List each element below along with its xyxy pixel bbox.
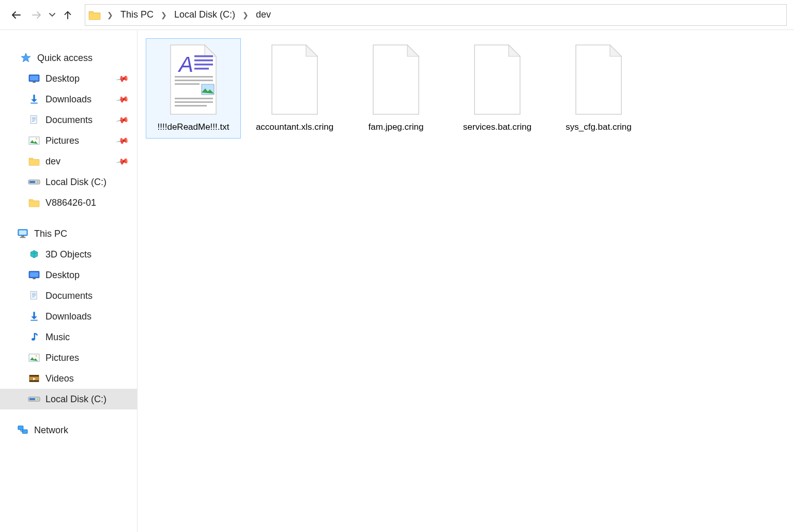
sidebar-item-label: Local Disk (C:) bbox=[45, 394, 106, 405]
arrow-up-icon bbox=[62, 9, 73, 21]
star-icon bbox=[20, 52, 32, 64]
sidebar-item-label: Music bbox=[45, 332, 70, 343]
sidebar-item-videos[interactable]: Videos bbox=[0, 368, 137, 389]
sidebar-item-label: dev bbox=[45, 156, 60, 167]
sidebar-quick-access[interactable]: Quick access bbox=[0, 48, 137, 68]
sidebar-item-v886426[interactable]: V886426-01 bbox=[0, 192, 137, 213]
cube-icon bbox=[28, 249, 40, 260]
chevron-down-icon bbox=[49, 11, 56, 19]
sidebar-separator bbox=[0, 213, 137, 223]
file-name: fam.jpeg.cring bbox=[367, 121, 426, 133]
sidebar-item-label: Downloads bbox=[45, 311, 91, 322]
pin-icon: 📌 bbox=[115, 92, 129, 106]
address-toolbar: ❯ This PC ❯ Local Disk (C:) ❯ dev bbox=[0, 0, 794, 30]
desktop-icon bbox=[28, 269, 40, 281]
sidebar-item-dev[interactable]: dev 📌 bbox=[0, 151, 137, 172]
blank-file-icon bbox=[570, 42, 628, 117]
blank-file-icon bbox=[266, 42, 324, 117]
sidebar-item-label: 3D Objects bbox=[45, 249, 91, 260]
file-item[interactable]: services.bat.cring bbox=[450, 38, 545, 139]
desktop-icon bbox=[28, 73, 40, 84]
sidebar-item-label: Videos bbox=[45, 373, 74, 384]
sidebar-item-music[interactable]: Music bbox=[0, 327, 137, 347]
sidebar-item-label: Documents bbox=[45, 115, 93, 126]
sidebar-item-desktop[interactable]: Desktop 📌 bbox=[0, 68, 137, 89]
file-list-pane[interactable]: !!!!deReadMe!!!.txt accountant.xls.cring… bbox=[138, 30, 794, 532]
sidebar-item-label: V886426-01 bbox=[45, 197, 96, 208]
breadcrumb-this-pc[interactable]: This PC bbox=[116, 5, 158, 25]
sidebar-item-desktop[interactable]: Desktop bbox=[0, 265, 137, 285]
downloads-icon bbox=[28, 311, 40, 322]
network-icon bbox=[17, 424, 29, 436]
sidebar-item-pictures[interactable]: Pictures 📌 bbox=[0, 130, 137, 151]
pictures-icon bbox=[28, 135, 40, 146]
sidebar-item-local-disk[interactable]: Local Disk (C:) bbox=[0, 172, 137, 192]
file-item[interactable]: accountant.xls.cring bbox=[247, 38, 342, 139]
address-bar[interactable]: ❯ This PC ❯ Local Disk (C:) ❯ dev bbox=[85, 4, 787, 26]
sidebar-network[interactable]: Network bbox=[0, 420, 137, 440]
pictures-icon bbox=[28, 352, 40, 363]
drive-icon bbox=[28, 176, 40, 188]
drive-icon bbox=[28, 393, 40, 405]
sidebar-item-label: Desktop bbox=[45, 270, 80, 281]
pin-icon: 📌 bbox=[115, 133, 129, 147]
downloads-icon bbox=[28, 94, 40, 105]
sidebar-item-label: This PC bbox=[34, 229, 67, 239]
sidebar-item-downloads[interactable]: Downloads bbox=[0, 306, 137, 327]
sidebar-this-pc[interactable]: This PC bbox=[0, 223, 137, 244]
pin-icon: 📌 bbox=[115, 113, 129, 127]
file-item[interactable]: !!!!deReadMe!!!.txt bbox=[146, 38, 241, 139]
file-item[interactable]: fam.jpeg.cring bbox=[348, 38, 444, 139]
sidebar-item-downloads[interactable]: Downloads 📌 bbox=[0, 89, 137, 110]
videos-icon bbox=[28, 373, 40, 384]
sidebar-item-label: Network bbox=[34, 425, 68, 436]
sidebar-item-documents[interactable]: Documents bbox=[0, 285, 137, 306]
pin-icon: 📌 bbox=[115, 154, 129, 168]
sidebar-item-label: Downloads bbox=[45, 94, 91, 105]
file-name: services.bat.cring bbox=[461, 121, 533, 133]
breadcrumb-sep-icon: ❯ bbox=[239, 11, 252, 19]
navigation-pane: Quick access Desktop 📌 Downloads 📌 Docum… bbox=[0, 30, 138, 532]
documents-icon bbox=[28, 290, 40, 301]
sidebar-item-label: Local Disk (C:) bbox=[45, 177, 106, 188]
blank-file-icon bbox=[367, 42, 425, 117]
sidebar-item-pictures[interactable]: Pictures bbox=[0, 347, 137, 368]
sidebar-item-label: Pictures bbox=[45, 135, 79, 146]
forward-button[interactable] bbox=[28, 6, 45, 24]
breadcrumb-sep-icon: ❯ bbox=[104, 11, 116, 19]
file-name: accountant.xls.cring bbox=[254, 121, 335, 133]
folder-icon bbox=[28, 156, 40, 167]
folder-icon bbox=[88, 10, 101, 20]
breadcrumb-sep-icon: ❯ bbox=[158, 11, 170, 19]
main-split: Quick access Desktop 📌 Downloads 📌 Docum… bbox=[0, 30, 794, 532]
pin-icon: 📌 bbox=[115, 71, 129, 85]
up-button[interactable] bbox=[59, 6, 77, 24]
sidebar-separator bbox=[0, 409, 137, 420]
breadcrumb-drive-c[interactable]: Local Disk (C:) bbox=[170, 5, 239, 25]
recent-locations-button[interactable] bbox=[49, 11, 56, 19]
documents-icon bbox=[28, 114, 40, 126]
sidebar-item-local-disk[interactable]: Local Disk (C:) bbox=[0, 389, 137, 409]
music-icon bbox=[28, 331, 40, 343]
back-button[interactable] bbox=[7, 6, 25, 24]
sidebar-item-label: Documents bbox=[45, 291, 93, 301]
arrow-right-icon bbox=[30, 9, 43, 21]
sidebar-item-3d-objects[interactable]: 3D Objects bbox=[0, 244, 137, 265]
richtext-file-icon bbox=[164, 42, 222, 117]
file-name: !!!!deReadMe!!!.txt bbox=[156, 121, 232, 133]
breadcrumb-dev[interactable]: dev bbox=[252, 5, 275, 25]
sidebar-item-label: Pictures bbox=[45, 353, 79, 363]
sidebar-item-documents[interactable]: Documents 📌 bbox=[0, 110, 137, 130]
file-name: sys_cfg.bat.cring bbox=[563, 121, 634, 133]
folder-icon bbox=[28, 197, 40, 208]
pc-icon bbox=[17, 228, 29, 239]
arrow-left-icon bbox=[10, 9, 22, 21]
sidebar-item-label: Desktop bbox=[45, 73, 80, 84]
sidebar-item-label: Quick access bbox=[37, 53, 93, 64]
blank-file-icon bbox=[468, 42, 526, 117]
files-container: !!!!deReadMe!!!.txt accountant.xls.cring… bbox=[143, 38, 789, 149]
file-item[interactable]: sys_cfg.bat.cring bbox=[551, 38, 646, 139]
